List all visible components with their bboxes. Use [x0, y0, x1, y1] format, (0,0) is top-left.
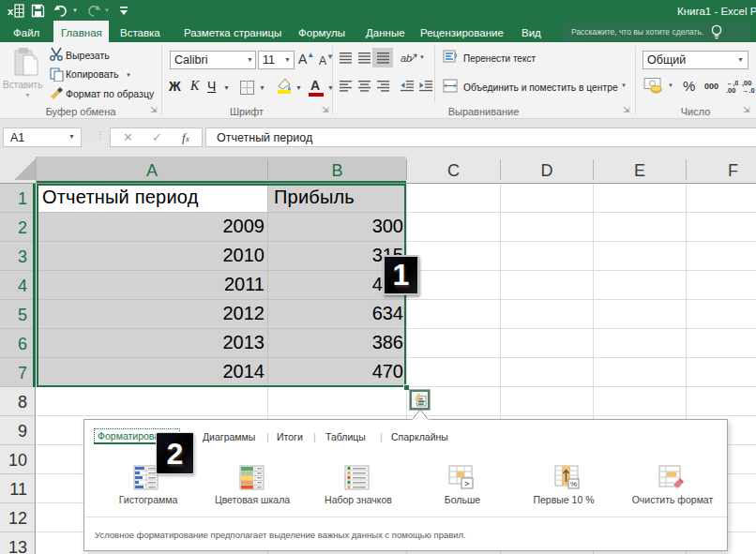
svg-text:,00: ,00 [726, 86, 735, 94]
svg-text:ab: ab [401, 52, 412, 64]
svg-text:%: % [570, 480, 577, 488]
svg-text:x: x [8, 6, 14, 17]
svg-text:>: > [464, 479, 469, 488]
svg-text:→,0: →,0 [742, 86, 755, 94]
